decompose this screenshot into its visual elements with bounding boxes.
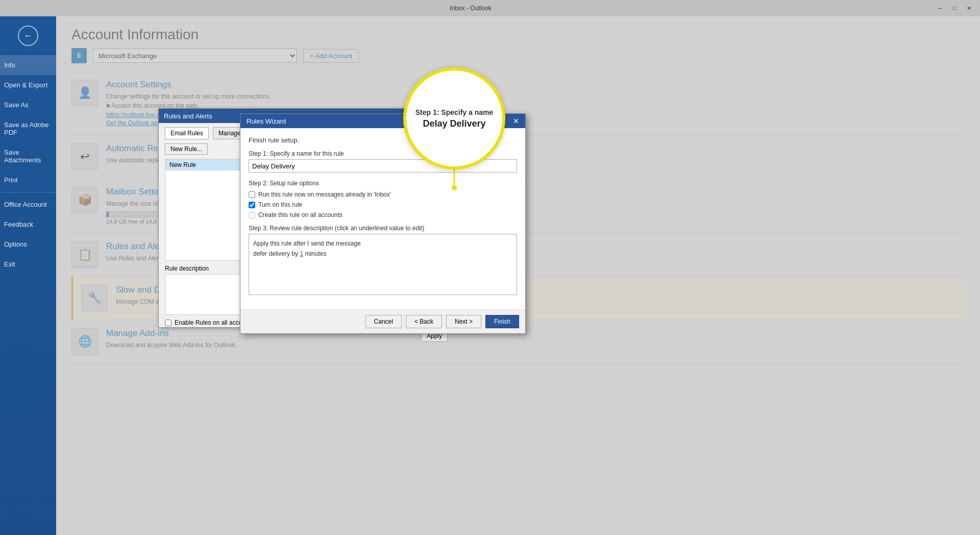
wizard-rule-desc: Apply this rule after I send the message… — [249, 234, 517, 295]
wizard-rule-line1: Apply this rule after I send the message — [253, 240, 361, 247]
sidebar-back[interactable]: ← — [0, 16, 56, 55]
wizard-checkbox-all-accounts[interactable] — [249, 212, 255, 218]
wizard-rule-line2: defer delivery by — [253, 250, 298, 257]
wizard-checkbox-inbox-label: Run this rule now on messages already in… — [258, 191, 391, 198]
sidebar-item-print[interactable]: Print — [0, 170, 56, 190]
wizard-rule-line3: minutes — [305, 250, 326, 257]
wizard-checkbox-turn-on[interactable] — [249, 202, 255, 208]
title-bar-controls[interactable]: ─ □ ✕ — [935, 4, 974, 12]
sidebar-item-info[interactable]: Info — [0, 55, 56, 75]
new-rule-button[interactable]: New Rule... — [165, 143, 208, 155]
sidebar-item-save-as[interactable]: Save As — [0, 95, 56, 115]
sidebar-item-open-export[interactable]: Open & Export — [0, 75, 56, 95]
wizard-checkbox-inbox[interactable] — [249, 191, 255, 198]
close-button[interactable]: ✕ — [964, 4, 974, 12]
sidebar-item-save-attachments[interactable]: Save Attachments — [0, 142, 56, 170]
wizard-cancel-button[interactable]: Cancel — [365, 315, 402, 328]
svg-point-1 — [452, 185, 457, 190]
wizard-back-button[interactable]: < Back — [406, 315, 442, 328]
wizard-checkbox-turn-on-label: Turn on this rule — [258, 201, 302, 208]
app-container: ← Info Open & Export Save As Save as Ado… — [0, 16, 980, 535]
wizard-close-button[interactable]: ✕ — [513, 117, 519, 125]
callout-line1: Step 1: Specify a name — [409, 108, 500, 116]
wizard-checkbox-row-2: Turn on this rule — [249, 201, 517, 208]
callout-bubble: Step 1: Specify a name Delay Delivery — [403, 67, 505, 169]
wizard-checkbox-all-accounts-label: Create this rule on all accounts — [258, 211, 342, 218]
sidebar-item-exit[interactable]: Exit — [0, 254, 56, 274]
wizard-next-button[interactable]: Next > — [446, 315, 481, 328]
wizard-step3-label: Step 3: Review rule description (click a… — [249, 225, 517, 232]
title-bar-text: Inbox - Outlook — [6, 5, 935, 12]
wizard-title: Rules Wizard — [247, 117, 286, 125]
sidebar-divider-1 — [0, 192, 56, 192]
enable-checkbox[interactable] — [165, 320, 172, 326]
title-bar: Inbox - Outlook ─ □ ✕ — [0, 0, 980, 16]
wizard-footer: Cancel < Back Next > Finish — [240, 309, 525, 333]
wizard-step2-label: Step 2: Setup rule options — [249, 180, 517, 187]
minimize-button[interactable]: ─ — [935, 4, 945, 12]
wizard-finish-button[interactable]: Finish — [485, 315, 519, 328]
back-button[interactable]: ← — [18, 26, 38, 46]
sidebar-item-office-account[interactable]: Office Account — [0, 194, 56, 214]
sidebar-item-options[interactable]: Options — [0, 234, 56, 254]
rules-tab-email[interactable]: Email Rules — [165, 127, 209, 139]
wizard-checkbox-row-1: Run this rule now on messages already in… — [249, 191, 517, 198]
callout-line2: Delay Delivery — [416, 118, 492, 129]
sidebar: ← Info Open & Export Save As Save as Ado… — [0, 16, 56, 535]
maximize-button[interactable]: □ — [949, 4, 960, 12]
wizard-rule-link[interactable]: 1 — [300, 250, 303, 257]
sidebar-item-save-adobe[interactable]: Save as Adobe PDF — [0, 115, 56, 142]
wizard-checkbox-row-3: Create this rule on all accounts — [249, 211, 517, 218]
main-content: Account Information E Microsoft Exchange… — [56, 16, 980, 535]
rules-dialog-title: Rules and Alerts — [164, 112, 212, 120]
sidebar-item-feedback[interactable]: Feedback — [0, 214, 56, 234]
